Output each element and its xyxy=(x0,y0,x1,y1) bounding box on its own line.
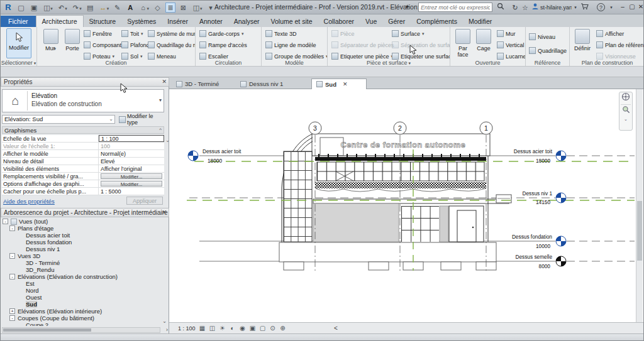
element-filter-combo[interactable]: Elévation: Sud⌄ xyxy=(2,115,115,124)
user-avatar-icon[interactable] xyxy=(530,3,540,13)
expander-icon[interactable]: - xyxy=(3,219,8,224)
window-button[interactable]: Fenêtre xyxy=(84,29,112,38)
rendering-dialog-icon[interactable]: ◉ xyxy=(238,324,247,332)
zoom-fit-icon[interactable]: ▦ xyxy=(198,324,206,332)
component-button[interactable]: Composant xyxy=(84,40,126,50)
railing-button[interactable]: Garde-corps xyxy=(199,29,244,38)
temporary-hide-isolate-icon[interactable]: ⊙ xyxy=(269,324,277,332)
tree-item-elevations-construction[interactable]: -Elévations (Elévation de construction) xyxy=(1,273,162,280)
revit-logo[interactable]: R xyxy=(3,3,13,13)
tree-item-sud[interactable]: Sud xyxy=(1,301,162,308)
tab-modifier[interactable]: Modifier xyxy=(463,16,497,27)
properties-header[interactable]: Propriétés ✕ xyxy=(1,77,169,87)
redo-icon[interactable]: ↷ xyxy=(70,3,80,13)
edit-type-button[interactable]: Modifier le type xyxy=(118,115,167,124)
tree-item-3d-rendu[interactable]: 3D_Rendu xyxy=(1,266,162,273)
view-tab-close-icon[interactable]: ✕ xyxy=(343,81,348,87)
drawing-area[interactable]: Centre de formation autonome xyxy=(169,89,644,322)
tab-vue[interactable]: Vue xyxy=(360,16,382,27)
door-button[interactable]: Porte xyxy=(62,28,82,51)
tree-item-dessus-acier-toit[interactable]: Dessus acier toit xyxy=(1,232,162,239)
tree-horizontal-scrollbar[interactable] xyxy=(2,327,160,333)
grid-button[interactable]: Quadrillage xyxy=(529,46,567,55)
wall-opening-button[interactable]: Mur xyxy=(497,29,516,38)
tab-collaborer[interactable]: Collaborer xyxy=(318,16,360,27)
close-button[interactable]: ✕ xyxy=(636,2,644,11)
curtain-grid-button[interactable]: Quadrillage du mur-rideau xyxy=(148,40,196,50)
display-options-button[interactable]: Modifier... xyxy=(101,181,162,187)
expander-icon[interactable]: - xyxy=(9,253,15,259)
restore-button[interactable]: ▢ xyxy=(628,2,636,11)
tab-complements[interactable]: Compléments xyxy=(411,16,463,27)
expander-icon[interactable]: + xyxy=(9,308,15,314)
tab-gerer[interactable]: Gérer xyxy=(382,16,411,27)
switch-windows-icon[interactable]: ◫ xyxy=(191,3,201,13)
crop-view-icon[interactable]: ▣ xyxy=(248,324,257,332)
property-value[interactable]: Afficher l'original xyxy=(99,165,164,172)
undo-icon[interactable]: ↶ xyxy=(56,3,66,13)
tab-analyser[interactable]: Analyser xyxy=(228,16,265,27)
curtain-system-button[interactable]: Système de mur-rideau xyxy=(148,29,196,38)
tree-item-plans-etage[interactable]: -Plans d'étage xyxy=(1,225,162,232)
scrollbar-thumb[interactable] xyxy=(637,201,642,261)
chevron-down-icon[interactable]: ⌄ xyxy=(619,117,632,123)
tree-item-ouest[interactable]: Ouest xyxy=(1,294,162,301)
tree-item-vues-3d[interactable]: -Vues 3D xyxy=(1,252,162,259)
vertical-scrollbar[interactable] xyxy=(636,89,643,322)
print-icon[interactable]: ▤ xyxy=(85,3,95,13)
piece-surface-panel-label[interactable]: Pièce et surface xyxy=(328,60,450,66)
tree-item-dessus-niv-1[interactable]: Dessus niv 1 xyxy=(1,246,162,252)
search-icon[interactable] xyxy=(496,3,506,13)
tree-item-3d-termine[interactable]: 3D - Terminé xyxy=(1,259,162,266)
graphics-section-header[interactable]: Graphismes^ xyxy=(2,126,164,134)
tree-item-dessus-fondation[interactable]: Dessus fondation xyxy=(1,239,162,246)
cart-icon[interactable] xyxy=(579,3,589,13)
close-inactive-views-icon[interactable]: ⊠ xyxy=(178,3,188,13)
tree-item-est[interactable]: Est xyxy=(1,280,162,287)
view-tab-sud[interactable]: Sud✕ xyxy=(311,78,367,89)
zoom-tool-icon[interactable] xyxy=(619,106,632,117)
tab-fichier[interactable]: Fichier xyxy=(1,16,36,27)
apply-button[interactable]: Appliquer xyxy=(126,197,163,205)
tab-annoter[interactable]: Annoter xyxy=(194,16,228,27)
chevron-down-icon[interactable]: ⌄ xyxy=(109,116,113,122)
shadows-icon[interactable]: ◐ xyxy=(228,324,236,332)
model-line-button[interactable]: Ligne de modèle xyxy=(265,40,316,50)
vertical-opening-button[interactable]: Vertical xyxy=(497,40,525,50)
visual-style-icon[interactable]: ◫ xyxy=(208,324,216,332)
scroll-down-icon[interactable]: ⌄ xyxy=(162,318,167,324)
collapse-section-icon[interactable]: ^ xyxy=(159,127,162,133)
text-icon[interactable]: A xyxy=(125,3,135,13)
ceiling-button[interactable]: Plafond xyxy=(121,40,150,50)
reveal-hidden-elements-icon[interactable]: ⊕ xyxy=(279,324,287,332)
aligned-dimension-icon[interactable]: ✎ xyxy=(113,3,123,13)
property-value[interactable]: Elevé xyxy=(99,158,164,165)
view-tab-3d-termine[interactable]: 3D - Terminé xyxy=(172,78,223,89)
tree-item-nord[interactable]: Nord xyxy=(1,287,162,294)
modify-overrides-button[interactable]: Modifier... xyxy=(101,173,162,179)
sync-icon[interactable]: ◫ xyxy=(42,3,52,13)
tree-item-elevations-interieure[interactable]: +Elévations (Elévation intérieure) xyxy=(1,308,162,315)
crop-region-visible-icon[interactable]: ▢ xyxy=(258,324,267,332)
tree-item-vues[interactable]: -Vues (tout) xyxy=(1,218,162,225)
open-icon[interactable]: ▢ xyxy=(16,3,26,13)
search-input[interactable] xyxy=(418,3,492,12)
property-value[interactable]: 1 : 5000 xyxy=(99,188,164,195)
chevron-down-icon[interactable]: ▾ xyxy=(606,3,616,13)
render-icon[interactable]: ◇ xyxy=(153,3,163,13)
shaft-button[interactable]: Cage xyxy=(474,28,493,51)
project-browser-close-icon[interactable]: ✕ xyxy=(162,209,167,215)
by-face-button[interactable]: Par face xyxy=(453,28,472,58)
set-work-plane-button[interactable]: Définir xyxy=(572,28,593,51)
steering-wheel-icon[interactable] xyxy=(619,92,632,104)
default-3d-view-icon[interactable]: ⌂ xyxy=(138,3,148,13)
wall-button[interactable]: Mur▾ xyxy=(41,28,61,52)
ramp-button[interactable]: Rampe d'accès xyxy=(199,40,247,50)
tree-item-coupes[interactable]: -Coupes (Coupe du bâtiment) xyxy=(1,315,162,322)
expander-icon[interactable]: - xyxy=(9,274,15,279)
tab-systemes[interactable]: Systèmes xyxy=(121,16,162,27)
property-value[interactable]: 1 : 100 xyxy=(99,135,164,142)
save-icon[interactable]: ▣ xyxy=(29,3,39,13)
sun-path-icon[interactable]: ☀ xyxy=(218,324,226,332)
sign-in-icon[interactable]: ↻ xyxy=(510,3,520,13)
